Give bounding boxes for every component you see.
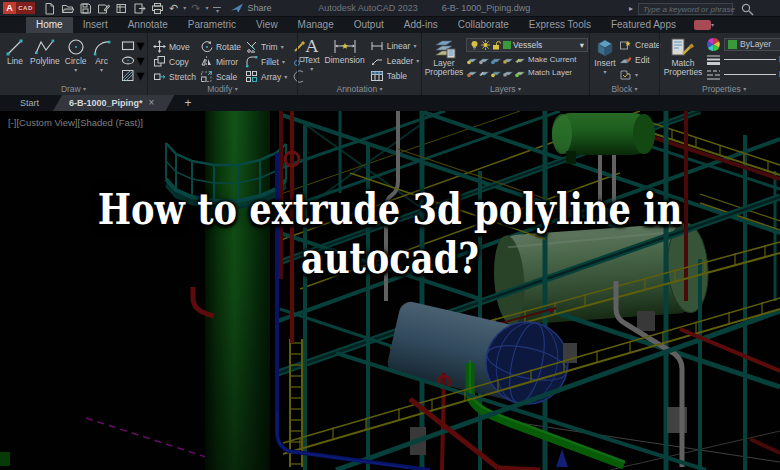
- share-icon: [231, 3, 243, 14]
- undo-dropdown-icon[interactable]: ▾: [183, 2, 186, 15]
- ribbon-tab-annotate[interactable]: Annotate: [118, 17, 178, 33]
- file-tab-bar: Start 6-B-1000_Piping*× +: [0, 95, 780, 111]
- make-current-button[interactable]: Make Current: [528, 55, 576, 64]
- fillet-button[interactable]: Fillet▾: [245, 55, 287, 68]
- object-color-dropdown[interactable]: ByLayer ▾: [724, 38, 780, 51]
- arc-button[interactable]: Arc ▾: [92, 36, 112, 82]
- table-button[interactable]: Table: [370, 69, 419, 82]
- quick-access-toolbar: ↶▾ ↷▾ ▾: [43, 2, 221, 15]
- tab-start[interactable]: Start: [6, 95, 53, 111]
- ribbon-tab-express-tools[interactable]: Express Tools: [519, 17, 601, 33]
- ribbon-tab-addins[interactable]: Add-ins: [394, 17, 448, 33]
- redo-dropdown-icon[interactable]: ▾: [205, 2, 208, 15]
- ribbon-tab-view[interactable]: View: [246, 17, 288, 33]
- undo-button[interactable]: ↶: [169, 2, 178, 15]
- panel-properties: Match Properties ByLayer ▾: [659, 33, 780, 95]
- ribbon-tab-bar: Home Insert Annotate Parametric View Man…: [0, 17, 780, 33]
- lineweight-icon: [706, 53, 721, 66]
- stretch-button[interactable]: Stretch: [153, 70, 196, 83]
- layer-dropdown[interactable]: Vessels ▾: [466, 38, 588, 52]
- tab-current-drawing[interactable]: 6-B-1000_Piping*×: [53, 95, 174, 111]
- autocad-logo[interactable]: ACAD: [3, 2, 35, 14]
- dimension-button[interactable]: Dimension: [325, 36, 365, 82]
- ribbon-tab-collaborate[interactable]: Collaborate: [448, 17, 519, 33]
- array-button[interactable]: Array▾: [245, 70, 287, 83]
- close-tab-icon[interactable]: ×: [149, 95, 155, 111]
- edit-block-button[interactable]: Edit: [619, 53, 661, 66]
- ribbon-tab-parametric[interactable]: Parametric: [178, 17, 246, 33]
- layer-tool-icon: [490, 54, 501, 65]
- save-icon[interactable]: [79, 2, 92, 15]
- color-swatch: [728, 40, 737, 49]
- trim-button[interactable]: Trim▾: [245, 40, 287, 53]
- ribbon-tab-featured-apps[interactable]: Featured Apps: [601, 17, 686, 33]
- ribbon-tab-output[interactable]: Output: [344, 17, 394, 33]
- panel-title-modify[interactable]: Modify ▾: [148, 84, 297, 95]
- scale-button[interactable]: Scale: [200, 70, 241, 83]
- panel-title-properties[interactable]: Properties ▾: [660, 84, 780, 95]
- qat-customize-icon[interactable]: ▾: [213, 7, 221, 14]
- panel-title-block[interactable]: Block ▾: [590, 84, 659, 95]
- match-properties-button[interactable]: Match Properties: [664, 36, 702, 81]
- polyline-button[interactable]: Polyline: [30, 36, 60, 82]
- linetype-dropdown[interactable]: ByLayer: [706, 67, 780, 81]
- layer-tool-icon: [490, 67, 501, 78]
- search-expand-icon[interactable]: ▸: [629, 4, 633, 13]
- create-block-button[interactable]: Create: [619, 38, 661, 51]
- share-button[interactable]: Share: [231, 3, 271, 14]
- export-icon[interactable]: [133, 2, 146, 15]
- open-icon[interactable]: [61, 2, 74, 15]
- panel-title-layers[interactable]: Layers ▾: [422, 84, 589, 95]
- redo-button[interactable]: ↷: [191, 2, 200, 15]
- viewport-controls-label[interactable]: [-][Custom View][Shaded (Fast)]: [8, 117, 143, 128]
- layer-dropdown-caret-icon: ▾: [580, 40, 584, 50]
- mirror-button[interactable]: Mirror: [200, 55, 241, 68]
- circle-button[interactable]: Circle ▾: [65, 36, 87, 82]
- layer-tool-icon: [466, 54, 477, 65]
- overlay-title-line1: How to extrude 3d polyline in: [70, 185, 710, 234]
- linetype-icon: [706, 68, 721, 81]
- layer-tool-icon: [502, 54, 513, 65]
- insert-block-button[interactable]: Insert ▾: [594, 36, 616, 81]
- app-title: Autodesk AutoCAD 2023: [318, 3, 418, 13]
- text-button[interactable]: A Text ▾: [304, 36, 320, 82]
- autocad-window: ACAD ↶▾ ↷▾ ▾ Share Autodesk AutoCAD 2023…: [0, 0, 780, 470]
- print-icon[interactable]: [151, 2, 164, 15]
- line-button[interactable]: Line: [5, 36, 25, 82]
- ribbon-extra-button[interactable]: [694, 20, 711, 30]
- panel-layers: Layer Properties Vessels ▾: [421, 33, 589, 95]
- ribbon-tab-home[interactable]: Home: [26, 17, 73, 33]
- new-tab-button[interactable]: +: [184, 96, 191, 110]
- viewport[interactable]: [-][Custom View][Shaded (Fast)] How to e…: [0, 111, 780, 470]
- leader-button[interactable]: Leader▾: [370, 54, 419, 67]
- layer-tool-icon: [466, 67, 477, 78]
- layer-tool-icon: [478, 67, 489, 78]
- rotate-button[interactable]: Rotate: [200, 40, 241, 53]
- linear-dimension-button[interactable]: Linear▾: [370, 39, 419, 52]
- lineweight-dropdown[interactable]: ByLayer: [706, 52, 780, 66]
- move-button[interactable]: Move: [153, 40, 196, 53]
- hatch-button[interactable]: ▾: [121, 69, 145, 82]
- save-as-icon[interactable]: [97, 2, 110, 15]
- match-layer-button[interactable]: Match Layer: [528, 68, 572, 77]
- overlay-title: How to extrude 3d polyline in autocad?: [0, 185, 780, 283]
- panel-title-annotation[interactable]: Annotation ▾: [298, 84, 421, 95]
- layer-match-icon: [514, 67, 525, 78]
- layer-properties-button[interactable]: Layer Properties: [426, 36, 462, 78]
- ribbon-tab-manage[interactable]: Manage: [288, 17, 344, 33]
- ribbon-extra-dropdown-icon[interactable]: ▾: [711, 19, 714, 32]
- panel-title-draw[interactable]: Draw ▾: [0, 84, 147, 95]
- block-attributes-button[interactable]: ▾: [619, 68, 661, 81]
- new-file-icon[interactable]: [43, 2, 56, 15]
- layer-tool-icon: [502, 67, 513, 78]
- search-input[interactable]: Type a keyword or phrase: [638, 3, 733, 15]
- ribbon-tab-insert[interactable]: Insert: [73, 17, 118, 33]
- layer-color-swatch: [503, 41, 511, 49]
- dim-overlay: [0, 111, 780, 470]
- ribbon: Line Polyline Circle ▾ Arc ▾ ▾: [0, 33, 780, 95]
- titlebar: ACAD ↶▾ ↷▾ ▾ Share Autodesk AutoCAD 2023…: [0, 0, 780, 17]
- panel-annotation: A Text ▾ Dimension Linear▾ Leader▾ Table…: [297, 33, 421, 95]
- plot-icon[interactable]: [115, 2, 128, 15]
- copy-button[interactable]: Copy: [153, 55, 196, 68]
- panel-draw: Line Polyline Circle ▾ Arc ▾ ▾: [0, 33, 147, 95]
